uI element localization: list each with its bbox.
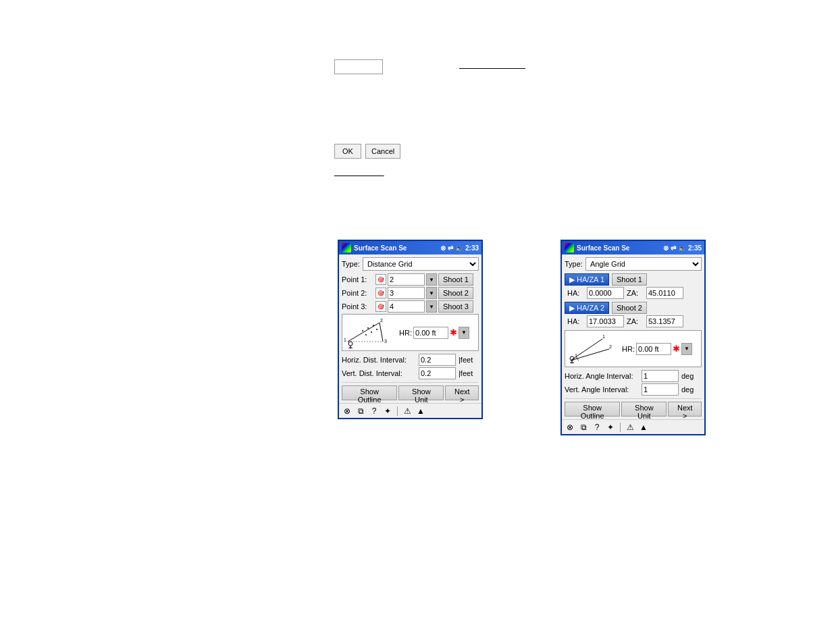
hr-dropdown-right[interactable]: ▼ (681, 343, 692, 355)
mid-underline: ____________ (334, 168, 384, 176)
win-network-icon-left[interactable]: ⇄ (448, 244, 453, 252)
ha2-input[interactable] (587, 315, 624, 327)
win-network-icon-right[interactable]: ⇄ (671, 244, 676, 252)
status-expand-icon-left[interactable]: ▲ (415, 406, 426, 417)
status-help-icon-left[interactable]: ? (369, 406, 380, 417)
status-close-icon-right[interactable]: ⊗ (565, 422, 575, 433)
win-icon-left (342, 243, 351, 252)
vert-angle-label: Vert. Angle Interval: (565, 385, 639, 394)
status-expand-icon-right[interactable]: ▲ (638, 422, 649, 433)
svg-point-12 (373, 325, 374, 326)
svg-line-0 (348, 323, 380, 342)
hr-star-right[interactable]: ✱ (673, 344, 680, 354)
vert-angle-input[interactable] (642, 383, 679, 396)
hr-star-left[interactable]: ✱ (450, 327, 457, 338)
haza2-shoot-button[interactable]: Shoot 2 (612, 302, 647, 314)
cancel-button[interactable]: Cancel (365, 144, 400, 159)
title-bar-left: Surface Scan Se ⊗ ⇄ 🔈 2:33 (339, 241, 481, 254)
point1-target-icon[interactable]: 🎯 (375, 274, 386, 285)
win-title-left: Surface Scan Se (354, 244, 438, 252)
ha1-label: HA: (567, 289, 584, 297)
za2-input[interactable] (646, 315, 683, 327)
win-close-icon-left[interactable]: ⊗ (440, 244, 446, 252)
win-speaker-icon-left[interactable]: 🔈 (455, 244, 463, 252)
horiz-dist-input[interactable] (419, 354, 456, 366)
svg-point-6 (348, 342, 353, 346)
status-close-icon-left[interactable]: ⊗ (342, 406, 353, 417)
status-copy-icon-right[interactable]: ⧉ (578, 422, 589, 433)
show-unit-button-right[interactable]: Show Unit (621, 402, 667, 417)
window-distance-grid: Surface Scan Se ⊗ ⇄ 🔈 2:33 Type: Distanc… (338, 240, 483, 419)
svg-line-1 (380, 323, 383, 342)
next-button-right[interactable]: Next > (668, 402, 702, 417)
horiz-angle-unit: deg (681, 372, 694, 380)
win-close-icon-right[interactable]: ⊗ (663, 244, 669, 252)
next-button-left[interactable]: Next > (445, 385, 479, 400)
win-time-right: 2:35 (688, 244, 702, 252)
status-copy-icon-left[interactable]: ⧉ (355, 406, 366, 417)
point1-dropdown[interactable]: ▼ (426, 273, 437, 286)
svg-text:2: 2 (380, 318, 383, 323)
haza1-shoot-button[interactable]: Shoot 1 (612, 273, 647, 286)
status-star-icon-right[interactable]: ✦ (605, 422, 616, 433)
svg-line-16 (571, 339, 602, 360)
status-help-icon-right[interactable]: ? (592, 422, 602, 433)
za1-label: ZA: (627, 289, 644, 297)
shoot1-button[interactable]: Shoot 1 (438, 273, 473, 286)
hr-label-left: HR: (399, 329, 412, 337)
shoot2-button[interactable]: Shoot 2 (438, 287, 473, 299)
vert-dist-input[interactable] (419, 367, 456, 379)
show-unit-button-left[interactable]: Show Unit (398, 385, 444, 400)
point1-input[interactable] (388, 273, 425, 286)
status-bar-left: ⊗ ⧉ ? ✦ ⚠ ▲ (339, 403, 481, 418)
point2-dropdown[interactable]: ▼ (426, 287, 437, 299)
svg-text:1: 1 (602, 334, 605, 339)
type-label-right: Type: (565, 260, 583, 268)
title-bar-right: Surface Scan Se ⊗ ⇄ 🔈 2:35 (562, 241, 704, 254)
horiz-angle-input[interactable] (642, 370, 679, 382)
haza2-button[interactable]: ▶ HA/ZA 2 (565, 302, 609, 314)
horiz-angle-label: Horiz. Angle Interval: (565, 372, 639, 380)
point2-input[interactable] (388, 287, 425, 299)
type-select-left[interactable]: Distance Grid Angle Grid (363, 257, 479, 271)
hr-input-left[interactable] (413, 327, 448, 339)
hr-label-right: HR: (622, 345, 635, 353)
point2-target-icon[interactable]: 🎯 (375, 288, 386, 298)
svg-text:2: 2 (609, 344, 612, 349)
za2-label: ZA: (627, 317, 644, 325)
win-speaker-icon-right[interactable]: 🔈 (678, 244, 686, 252)
point3-input[interactable] (388, 300, 425, 313)
status-alert-icon-right[interactable]: ⚠ (625, 422, 635, 433)
win-icon-right (565, 243, 574, 252)
diagram-left: 1 2 3 HR: ✱ ▼ (342, 314, 479, 351)
vert-angle-unit: deg (681, 385, 694, 394)
svg-point-15 (376, 329, 377, 330)
shoot3-button[interactable]: Shoot 3 (438, 300, 473, 313)
top-input[interactable] (334, 59, 383, 74)
status-bar-right: ⊗ ⧉ ? ✦ ⚠ ▲ (562, 419, 704, 434)
win-time-left: 2:33 (465, 244, 479, 252)
show-outline-button-left[interactable]: Show Outline (342, 385, 397, 400)
point3-dropdown[interactable]: ▼ (426, 300, 437, 313)
svg-point-11 (367, 327, 369, 329)
diagram-svg-right: 1 2 (565, 332, 619, 366)
diagram-right: 1 2 HR: ✱ ▼ (565, 330, 702, 367)
status-star-icon-left[interactable]: ✦ (382, 406, 393, 417)
ok-button[interactable]: OK (334, 144, 361, 159)
svg-point-13 (365, 334, 367, 336)
status-alert-icon-left[interactable]: ⚠ (402, 406, 413, 417)
vert-dist-unit: |feet (459, 369, 473, 377)
svg-text:1: 1 (344, 338, 346, 342)
za1-input[interactable] (646, 287, 683, 299)
point3-target-icon[interactable]: 🎯 (375, 301, 386, 312)
hr-input-right[interactable] (636, 343, 671, 355)
haza1-button[interactable]: ▶ HA/ZA 1 (565, 273, 609, 286)
horiz-dist-unit: |feet (459, 356, 473, 364)
show-outline-button-right[interactable]: Show Outline (565, 402, 620, 417)
type-select-right[interactable]: Distance Grid Angle Grid (585, 257, 702, 271)
ha1-input[interactable] (587, 287, 624, 299)
top-underline: ________________ (459, 61, 525, 69)
hr-dropdown-left[interactable]: ▼ (459, 327, 469, 339)
point3-label: Point 3: (342, 302, 374, 311)
ha2-label: HA: (567, 317, 584, 325)
